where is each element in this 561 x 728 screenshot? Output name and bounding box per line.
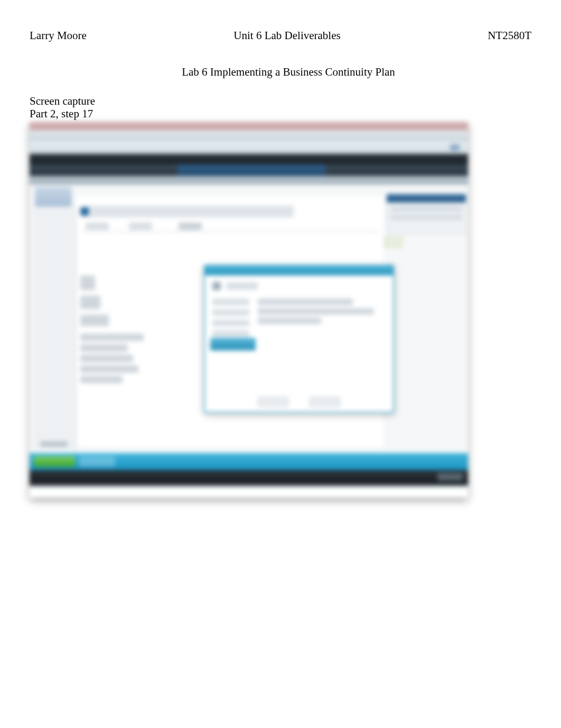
taskbar-app-button[interactable] [79,456,115,467]
right-panel [387,194,466,247]
thumbnail-icon [384,236,403,248]
form-list [80,334,154,386]
window-top-border [30,122,468,131]
main-content [77,196,384,447]
caption-line-1: Screen capture [30,95,531,107]
dialog-titlebar [205,266,393,275]
right-panel-header [387,194,466,202]
list-item [80,365,138,373]
dialog-action-row [205,397,393,407]
left-nav-label [40,441,68,447]
ribbon-tabs [30,164,468,176]
left-nav-button[interactable] [35,187,72,207]
window-titlebar [30,131,468,141]
right-panel-line [390,206,462,211]
list-item [80,355,133,362]
form-icon [80,296,100,309]
checkbox-icon[interactable] [212,282,221,290]
document-page: Larry Moore Unit 6 Lab Deliverables NT25… [0,0,561,527]
sub-toolbar [30,176,468,185]
form-icon-group [80,275,138,331]
field-value [258,308,374,315]
lab-title: Lab 6 Implementing a Business Continuity… [151,66,426,79]
field-label [212,309,249,316]
right-panel-body [387,202,466,234]
list-item [80,376,123,383]
field-label [212,320,249,326]
right-panel-line [390,215,462,220]
list-item [80,344,128,352]
page-heading-bar [82,206,294,217]
start-button[interactable] [34,456,75,467]
app-header-bar [30,154,468,164]
header-course-code: NT2580T [488,29,531,42]
dialog-left-column [212,299,249,341]
taskbar [30,453,468,470]
ok-button[interactable] [258,397,288,407]
status-bar [30,470,468,485]
field-value [258,299,353,305]
content-tabs [82,223,378,232]
dialog-primary-button[interactable] [210,338,256,351]
checkbox-label [226,282,258,290]
status-bar-right [437,473,463,481]
window-bottom-border [30,485,468,487]
content-tab[interactable] [129,223,152,230]
active-tab[interactable] [177,164,325,176]
content-tab[interactable] [179,223,202,230]
field-label [212,299,249,305]
caption-line-2: Part 2, step 17 [30,107,531,120]
dialog-option-row [212,282,258,290]
page-header: Larry Moore Unit 6 Lab Deliverables NT25… [30,29,531,42]
list-item [80,334,144,341]
modal-dialog [204,265,394,413]
form-icon [80,315,109,326]
dialog-right-column [258,299,382,327]
embedded-screenshot [30,122,468,497]
header-title: Unit 6 Lab Deliverables [233,29,340,42]
window-toolbar [30,141,468,154]
field-label [212,330,249,337]
content-tab[interactable] [86,223,109,230]
left-nav-panel [34,207,76,450]
app-body [30,185,468,453]
header-author: Larry Moore [30,29,87,42]
cancel-button[interactable] [310,397,340,407]
form-icon [80,275,95,290]
field-value [258,318,321,324]
